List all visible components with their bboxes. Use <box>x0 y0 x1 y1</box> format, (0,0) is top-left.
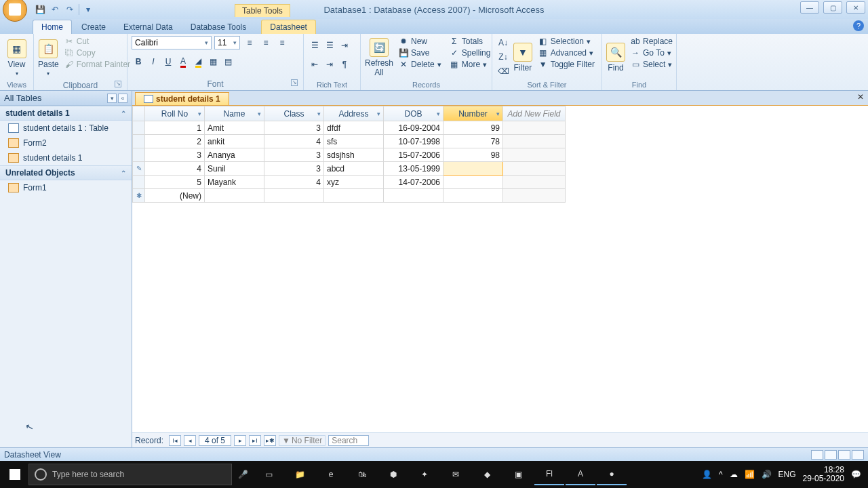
save-record-button[interactable]: 💾Save <box>396 47 444 58</box>
select-all-corner[interactable] <box>133 106 145 121</box>
tray-volume-icon[interactable]: 🔊 <box>762 470 772 479</box>
save-icon[interactable]: 💾 <box>34 3 46 16</box>
decrease-indent-button[interactable]: ⇤ <box>308 58 321 71</box>
tray-network-icon[interactable]: 📶 <box>745 470 755 479</box>
cell-class[interactable]: 4 <box>264 135 324 148</box>
goto-button[interactable]: →Go To ▾ <box>628 47 675 58</box>
column-header-dob[interactable]: DOB▾ <box>384 106 443 121</box>
sort-desc-button[interactable]: Z↓ <box>496 50 510 64</box>
column-header-address[interactable]: Address▾ <box>324 106 384 121</box>
help-icon[interactable]: ? <box>853 20 864 31</box>
toggle-filter-button[interactable]: ▼Toggle Filter <box>536 59 597 70</box>
refresh-all-button[interactable]: 🔄 Refresh All <box>365 36 393 79</box>
tray-onedrive-icon[interactable]: ☁ <box>730 470 738 479</box>
tray-clock[interactable]: 18:28 29-05-2020 <box>803 466 844 483</box>
number-list-button[interactable]: ☰ <box>323 39 336 52</box>
task-view-button[interactable]: ▭ <box>254 464 283 485</box>
align-left-button[interactable]: ≡ <box>243 36 256 49</box>
tray-lang[interactable]: ENG <box>778 470 796 479</box>
datasheet[interactable]: Roll No▾ Name▾ Class▾ Address▾ DOB▾ Numb… <box>132 106 868 432</box>
clear-sort-button[interactable]: ⌫ <box>496 64 510 78</box>
mic-icon[interactable]: 🎤 <box>233 464 252 485</box>
cell-number[interactable] <box>443 189 503 203</box>
nav-group-unrelated[interactable]: Unrelated Objects ⌃ <box>0 165 132 180</box>
tab-database-tools[interactable]: Database Tools <box>182 20 255 34</box>
table-row[interactable]: 2ankit4sfs10-07-199878 <box>133 135 566 148</box>
copy-button[interactable]: ⿻Copy <box>62 47 133 58</box>
cell-address[interactable]: sfs <box>324 135 384 148</box>
document-tab[interactable]: student details 1 <box>135 92 229 105</box>
edge-icon[interactable]: e <box>316 464 346 485</box>
format-painter-button[interactable]: 🖌Format Painter <box>62 59 133 70</box>
find-button[interactable]: 🔍 Find <box>606 36 625 79</box>
table-row[interactable]: 5Mayank4xyz14-07-2006 <box>133 176 566 189</box>
italic-button[interactable]: I <box>146 55 160 68</box>
cell-rollno[interactable]: 4 <box>145 162 205 176</box>
nav-item-form1[interactable]: Form1 <box>0 180 132 195</box>
table-row[interactable]: 1Amit3dfdf16-09-200499 <box>133 121 566 135</box>
cell-dob[interactable] <box>384 189 443 203</box>
column-header-rollno[interactable]: Roll No▾ <box>145 106 205 121</box>
cell-class[interactable] <box>264 189 324 203</box>
cell-address[interactable]: dfdf <box>324 121 384 135</box>
search-box[interactable]: Search <box>328 435 369 446</box>
cell-number[interactable]: 99 <box>443 121 503 135</box>
tab-create[interactable]: Create <box>73 20 114 34</box>
navpane-header[interactable]: All Tables ▾ « <box>0 91 132 106</box>
store-icon[interactable]: 🛍 <box>347 464 377 485</box>
cell-name[interactable]: Sunil <box>205 162 264 176</box>
cell-dob[interactable]: 15-07-2006 <box>384 148 443 162</box>
selection-button[interactable]: ◧Selection ▾ <box>536 36 597 47</box>
access-icon[interactable]: A <box>566 464 595 485</box>
cell-name[interactable]: Amit <box>205 121 264 135</box>
cell-rollno[interactable]: 3 <box>145 148 205 162</box>
mail-icon[interactable]: ✉ <box>441 464 471 485</box>
cell-dob[interactable]: 16-09-2004 <box>384 121 443 135</box>
new-record-button[interactable]: ✹New <box>396 36 444 47</box>
alternate-fill-button[interactable]: ▤ <box>221 55 235 68</box>
design-view-button[interactable] <box>852 450 864 460</box>
cut-button[interactable]: ✂Cut <box>62 36 133 47</box>
align-right-button[interactable]: ≡ <box>275 36 289 49</box>
row-selector[interactable]: ✎ <box>133 162 145 176</box>
bold-button[interactable]: B <box>132 55 145 68</box>
datasheet-view-button[interactable] <box>811 450 823 460</box>
start-button[interactable] <box>3 464 27 485</box>
cell-address[interactable]: abcd <box>324 162 384 176</box>
chevron-down-icon[interactable]: ▾ <box>377 110 380 117</box>
tab-datasheet[interactable]: Datasheet <box>261 20 316 34</box>
cell-addfield[interactable] <box>503 176 566 189</box>
cell-name[interactable]: Mayank <box>205 176 264 189</box>
no-filter-indicator[interactable]: ▼No Filter <box>279 435 326 446</box>
cell-dob[interactable]: 14-07-2006 <box>384 176 443 189</box>
advanced-button[interactable]: ▦Advanced ▾ <box>536 47 597 58</box>
fill-color-button[interactable]: ◢ <box>191 55 205 68</box>
chevron-down-icon[interactable]: ▾ <box>496 110 500 117</box>
app-icon[interactable]: ◆ <box>472 464 502 485</box>
dialog-launcher-icon[interactable]: ↘ <box>291 79 298 86</box>
chevron-down-icon[interactable]: ▾ <box>198 110 201 117</box>
app-icon[interactable]: ✦ <box>410 464 439 485</box>
tab-home[interactable]: Home <box>33 20 72 34</box>
chevron-down-icon[interactable]: ▾ <box>258 110 261 117</box>
undo-icon[interactable]: ↶ <box>49 3 61 16</box>
align-center-button[interactable]: ≡ <box>259 36 273 49</box>
totals-button[interactable]: ΣTotals <box>447 36 494 47</box>
cell-addfield[interactable] <box>503 162 566 176</box>
font-color-button[interactable]: A <box>176 55 190 68</box>
cell-name[interactable]: Ananya <box>205 148 264 162</box>
more-button[interactable]: ▦More ▾ <box>447 59 494 70</box>
last-record-button[interactable]: ▸I <box>249 435 261 446</box>
taskbar-search[interactable]: Type here to search <box>28 464 232 485</box>
table-row[interactable]: ✎4Sunil3abcd13-05-1999 <box>133 162 566 176</box>
tray-people-icon[interactable]: 👤 <box>702 470 712 479</box>
chevron-down-icon[interactable]: ▾ <box>317 110 321 117</box>
tab-external-data[interactable]: External Data <box>115 20 181 34</box>
column-header-name[interactable]: Name▾ <box>205 106 264 121</box>
navpane-collapse-icon[interactable]: « <box>118 94 127 103</box>
cell-number[interactable]: 78 <box>443 135 503 148</box>
spelling-button[interactable]: ✓Spelling <box>447 47 494 58</box>
cell-number[interactable] <box>443 162 503 176</box>
chevron-down-icon[interactable]: ▾ <box>437 110 440 117</box>
prev-record-button[interactable]: ◂ <box>184 435 196 446</box>
